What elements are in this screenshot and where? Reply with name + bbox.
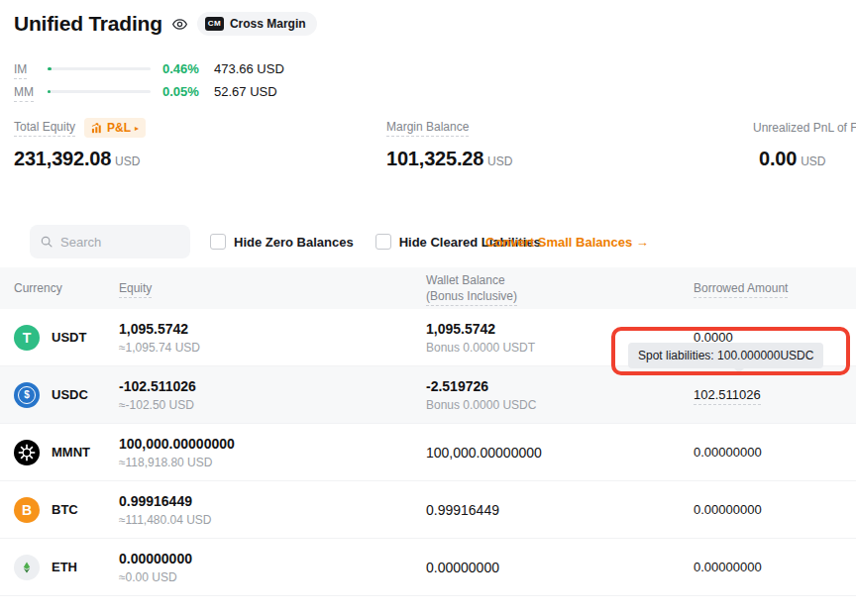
im-percent: 0.46% — [162, 61, 206, 76]
im-progress-fill — [48, 67, 52, 70]
currency-name: USDT — [52, 330, 86, 345]
cross-margin-icon: CM — [205, 17, 224, 31]
currency-cell: MMNT — [14, 440, 119, 465]
margin-balance-value: 101,325.28USD — [386, 148, 512, 170]
assets-table: Currency Equity Wallet Balance (Bonus In… — [0, 267, 856, 596]
equity-value: 100,000.00000000 — [119, 436, 426, 452]
equity-usd-value: ≈0.00 USD — [119, 570, 426, 584]
spot-liabilities-tooltip: Spot liabilities: 100.000000USDC — [628, 343, 823, 368]
search-box[interactable] — [30, 225, 190, 258]
wallet-balance-cell: 0.99916449 — [426, 502, 694, 518]
unrealized-pnl-unit: USD — [801, 154, 825, 168]
equity-value: 0.00000000 — [119, 551, 426, 566]
wallet-balance-cell: -2.519726 Bonus 0.0000 USDC — [426, 378, 694, 412]
checkbox-hide-zero-balances[interactable]: Hide Zero Balances — [210, 234, 354, 250]
equity-value: -102.511026 — [119, 378, 426, 394]
hide-zero-checkbox-icon[interactable] — [210, 234, 226, 250]
equity-cell: 0.99916449 ≈111,480.04 USD — [119, 493, 426, 527]
search-icon — [40, 235, 54, 249]
borrowed-amount-value[interactable]: 0.00000000 — [694, 445, 842, 460]
eth-coin-icon — [14, 555, 40, 580]
equity-usd-value: ≈118,918.80 USD — [119, 456, 426, 469]
hide-cleared-checkbox-icon[interactable] — [375, 234, 391, 250]
cross-margin-label: Cross Margin — [230, 17, 306, 31]
currency-name: USDC — [52, 387, 88, 402]
column-header-currency: Currency — [14, 281, 119, 295]
currency-cell: B BTC — [14, 497, 119, 523]
currency-cell: $ USDC — [14, 382, 119, 408]
page-title: Unified Trading — [14, 12, 162, 36]
currency-name: ETH — [52, 560, 77, 574]
currency-cell: ETH — [14, 555, 119, 580]
total-equity-block: Total Equity P&L ▸ 231,392.08USD — [14, 119, 146, 170]
column-header-equity: Equity — [119, 281, 426, 295]
margin-risk-section: IM 0.46% 473.66 USD MM 0.05% 52.67 USD — [14, 61, 284, 99]
mm-percent: 0.05% — [162, 84, 206, 99]
borrowed-amount-value[interactable]: 0.00000000 — [694, 502, 842, 517]
hide-zero-label: Hide Zero Balances — [234, 235, 354, 250]
usdc-coin-icon: $ — [14, 382, 40, 408]
wallet-balance-cell: 0.00000000 — [426, 560, 694, 575]
margin-balance-block: Margin Balance 101,325.28USD — [386, 119, 512, 170]
im-progress-bar — [48, 67, 151, 70]
unrealized-pnl-block: Unrealized PnL of F 0.00USD — [753, 119, 856, 170]
im-label: IM — [14, 62, 44, 76]
borrowed-amount-value[interactable]: 0.00000000 — [694, 560, 842, 574]
page-header: Unified Trading CM Cross Margin — [14, 12, 317, 36]
convert-small-balances-link[interactable]: Convert Small Balances → — [485, 235, 649, 250]
currency-cell: T USDT — [14, 325, 119, 351]
table-row-btc: B BTC 0.99916449 ≈111,480.04 USD 0.99916… — [0, 481, 856, 539]
mm-label: MM — [14, 85, 44, 99]
search-input[interactable] — [60, 235, 169, 250]
btc-coin-icon: B — [14, 497, 40, 523]
table-row-mmnt: MMNT 100,000.00000000 ≈118,918.80 USD 10… — [0, 424, 856, 481]
im-amount: 473.66 USD — [214, 61, 284, 76]
wallet-balance-value: 1,095.5742 — [426, 321, 694, 337]
equity-value: 1,095.5742 — [119, 321, 426, 337]
mm-progress-bar — [48, 90, 151, 93]
equity-cell: -102.511026 ≈-102.50 USD — [119, 378, 426, 412]
borrowed-amount-value[interactable]: 102.511026 — [694, 387, 842, 402]
equity-usd-value: ≈111,480.04 USD — [119, 513, 426, 527]
bonus-value: Bonus 0.0000 USDC — [426, 398, 694, 412]
equity-cell: 100,000.00000000 ≈118,918.80 USD — [119, 436, 426, 469]
currency-name: BTC — [52, 502, 78, 517]
margin-balance-label: Margin Balance — [386, 120, 469, 137]
pnl-chart-icon — [91, 123, 103, 134]
currency-name: MMNT — [52, 445, 90, 460]
mm-row: MM 0.05% 52.67 USD — [14, 84, 284, 99]
equity-usd-value: ≈-102.50 USD — [119, 398, 426, 412]
wallet-balance-value: 0.99916449 — [426, 502, 694, 518]
equity-value: 0.99916449 — [119, 493, 426, 509]
wallet-balance-value: -2.519726 — [426, 378, 694, 394]
mm-amount: 52.67 USD — [214, 84, 277, 99]
table-row-usdc: $ USDC -102.511026 ≈-102.50 USD -2.51972… — [0, 366, 856, 424]
usdt-coin-icon: T — [14, 325, 40, 351]
margin-balance-unit: USD — [487, 154, 512, 168]
table-row-eth: ETH 0.00000000 ≈0.00 USD 0.00000000 0.00… — [0, 539, 856, 596]
column-header-borrowed-amount: Borrowed Amount — [694, 281, 842, 295]
equity-usd-value: ≈1,095.74 USD — [119, 341, 426, 355]
total-equity-unit: USD — [115, 154, 140, 168]
wallet-balance-value: 0.00000000 — [426, 560, 694, 575]
total-equity-label: Total Equity — [14, 120, 75, 137]
mm-progress-fill — [48, 90, 51, 93]
im-row: IM 0.46% 473.66 USD — [14, 61, 284, 76]
wallet-balance-cell: 100,000.00000000 — [426, 445, 694, 461]
table-header: Currency Equity Wallet Balance (Bonus In… — [0, 267, 856, 309]
unrealized-pnl-value: 0.00USD — [759, 148, 856, 170]
pnl-badge-arrow: ▸ — [135, 124, 139, 133]
visibility-eye-icon[interactable] — [171, 16, 188, 33]
equity-cell: 1,095.5742 ≈1,095.74 USD — [119, 321, 426, 355]
tooltip-arrow — [733, 367, 745, 373]
total-equity-value: 231,392.08USD — [14, 148, 146, 170]
equity-cell: 0.00000000 ≈0.00 USD — [119, 551, 426, 584]
pnl-badge-label: P&L — [107, 121, 131, 135]
unrealized-pnl-label: Unrealized PnL of F — [753, 121, 856, 135]
wallet-balance-value: 100,000.00000000 — [426, 445, 694, 461]
cross-margin-badge: CM Cross Margin — [197, 12, 317, 36]
pnl-badge[interactable]: P&L ▸ — [84, 118, 146, 138]
mmnt-coin-icon — [14, 440, 40, 465]
column-header-wallet-balance: Wallet Balance (Bonus Inclusive) — [426, 272, 694, 304]
